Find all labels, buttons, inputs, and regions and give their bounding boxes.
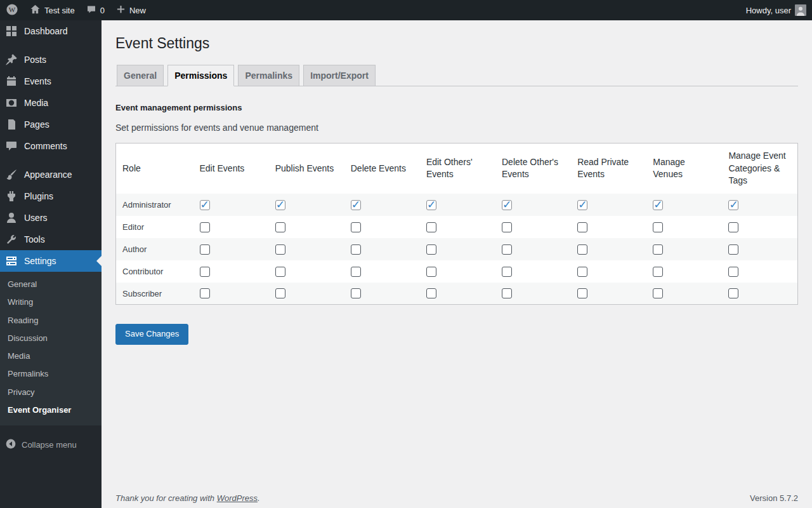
permission-checkbox-author-delete-other-s-events[interactable] [502, 244, 512, 255]
permission-cell [646, 216, 722, 238]
permission-checkbox-editor-delete-other-s-events[interactable] [502, 222, 512, 232]
submenu-item-media[interactable]: Media [0, 347, 102, 365]
comments-count: 0 [100, 6, 105, 15]
comments-menu[interactable]: 0 [81, 0, 110, 20]
column-header-delete-other-s-events: Delete Other's Events [495, 144, 571, 194]
submenu-item-general[interactable]: General [0, 276, 102, 293]
submenu-item-writing[interactable]: Writing [0, 293, 102, 311]
permission-checkbox-author-manage-venues[interactable] [653, 244, 663, 255]
permission-checkbox-administrator-read-private-events[interactable] [577, 200, 587, 210]
site-menu[interactable]: Test site [24, 0, 81, 20]
permission-checkbox-editor-edit-events[interactable] [200, 222, 210, 232]
tab-import-export[interactable]: Import/Export [303, 65, 376, 86]
permission-checkbox-administrator-delete-events[interactable] [351, 200, 361, 210]
save-changes-button[interactable]: Save Changes [115, 324, 188, 344]
permission-checkbox-contributor-manage-venues[interactable] [653, 267, 663, 277]
sidebar-item-events[interactable]: Events [0, 70, 102, 92]
permission-cell [344, 260, 420, 283]
permission-cell [495, 238, 571, 260]
wordpress-logo-menu[interactable]: W [0, 0, 24, 20]
pages-icon [5, 118, 18, 131]
permission-cell [269, 238, 344, 260]
menu-separator [0, 159, 102, 162]
sidebar-item-media[interactable]: Media [0, 92, 102, 114]
permission-checkbox-administrator-manage-event-categories-tags[interactable] [728, 200, 738, 210]
submenu-item-privacy[interactable]: Privacy [0, 384, 102, 401]
permission-checkbox-subscriber-edit-others-events[interactable] [426, 288, 436, 298]
sidebar-item-plugins[interactable]: Plugins [0, 185, 102, 207]
sidebar-item-settings[interactable]: Settings [0, 250, 102, 272]
submenu-item-discussion[interactable]: Discussion [0, 330, 102, 347]
permission-checkbox-contributor-delete-other-s-events[interactable] [502, 267, 512, 277]
permission-checkbox-author-publish-events[interactable] [275, 244, 285, 255]
permission-checkbox-contributor-edit-others-events[interactable] [426, 267, 436, 277]
sidebar-item-appearance[interactable]: Appearance [0, 164, 102, 185]
dashboard-icon [5, 25, 18, 37]
permission-checkbox-subscriber-manage-venues[interactable] [653, 288, 663, 298]
permission-cell [269, 260, 344, 283]
sidebar-item-label: Settings [24, 256, 56, 266]
permission-checkbox-contributor-manage-event-categories-tags[interactable] [728, 267, 738, 277]
permission-checkbox-subscriber-delete-events[interactable] [351, 288, 361, 298]
sidebar-item-posts[interactable]: Posts [0, 49, 102, 70]
permission-checkbox-editor-edit-others-events[interactable] [426, 222, 436, 232]
permission-checkbox-contributor-publish-events[interactable] [275, 267, 285, 277]
permission-checkbox-editor-delete-events[interactable] [351, 222, 361, 232]
permission-checkbox-contributor-read-private-events[interactable] [577, 267, 587, 277]
tab-general[interactable]: General [117, 65, 164, 86]
tab-permalinks[interactable]: Permalinks [238, 65, 299, 86]
permission-checkbox-author-edit-others-events[interactable] [426, 244, 436, 255]
new-menu[interactable]: New [110, 0, 152, 20]
admin-bar: W Test site 0 New Howdy, user [0, 0, 812, 20]
permission-checkbox-subscriber-publish-events[interactable] [275, 288, 285, 298]
permission-checkbox-editor-manage-venues[interactable] [653, 222, 663, 232]
plus-icon [116, 4, 126, 16]
role-cell: Contributor [116, 260, 193, 283]
column-header-manage-event-categories-tags: Manage Event Categories & Tags [722, 144, 797, 194]
permission-cell [571, 260, 646, 283]
wordpress-link[interactable]: WordPress [217, 493, 258, 503]
permission-checkbox-contributor-edit-events[interactable] [200, 267, 210, 277]
permission-checkbox-editor-manage-event-categories-tags[interactable] [728, 222, 738, 232]
permission-checkbox-editor-publish-events[interactable] [275, 222, 285, 232]
column-header-read-private-events: Read Private Events [571, 144, 646, 194]
permission-checkbox-subscriber-delete-other-s-events[interactable] [502, 288, 512, 298]
permission-checkbox-author-edit-events[interactable] [200, 244, 210, 255]
sidebar-item-tools[interactable]: Tools [0, 229, 102, 250]
sidebar-item-pages[interactable]: Pages [0, 114, 102, 135]
permission-cell [344, 216, 420, 238]
submenu-item-permalinks[interactable]: Permalinks [0, 365, 102, 383]
collapse-menu-button[interactable]: Collapse menu [0, 433, 102, 457]
tab-permissions[interactable]: Permissions [167, 65, 234, 86]
permission-checkbox-administrator-edit-others-events[interactable] [426, 200, 436, 210]
sidebar-item-users[interactable]: Users [0, 207, 102, 229]
new-label: New [129, 6, 146, 15]
permission-checkbox-author-manage-event-categories-tags[interactable] [728, 244, 738, 255]
role-cell: Author [116, 238, 193, 260]
permission-checkbox-administrator-manage-venues[interactable] [653, 200, 663, 210]
permission-cell [269, 194, 344, 216]
permission-checkbox-administrator-edit-events[interactable] [200, 200, 210, 210]
permission-checkbox-subscriber-read-private-events[interactable] [577, 288, 587, 298]
permission-checkbox-subscriber-edit-events[interactable] [200, 288, 210, 298]
permission-checkbox-administrator-delete-other-s-events[interactable] [502, 200, 512, 210]
permission-cell [495, 283, 571, 305]
permission-cell [193, 238, 269, 260]
sidebar-item-dashboard[interactable]: Dashboard [0, 20, 102, 42]
permission-checkbox-contributor-delete-events[interactable] [351, 267, 361, 277]
my-account-menu[interactable]: Howdy, user [740, 0, 812, 20]
menu-separator [0, 44, 102, 47]
sidebar-item-comments[interactable]: Comments [0, 135, 102, 157]
permission-checkbox-author-delete-events[interactable] [351, 244, 361, 255]
permission-cell [193, 260, 269, 283]
permission-checkbox-author-read-private-events[interactable] [577, 244, 587, 255]
permission-checkbox-subscriber-manage-event-categories-tags[interactable] [728, 288, 738, 298]
permission-checkbox-administrator-publish-events[interactable] [275, 200, 285, 210]
permission-cell [722, 283, 797, 305]
submenu-item-reading[interactable]: Reading [0, 312, 102, 330]
submenu-item-event-organiser[interactable]: Event Organiser [0, 401, 102, 419]
permission-checkbox-editor-read-private-events[interactable] [577, 222, 587, 232]
permission-cell [269, 216, 344, 238]
collapse-arrow-icon [5, 438, 16, 451]
section-heading: Event management permissions [115, 103, 798, 112]
